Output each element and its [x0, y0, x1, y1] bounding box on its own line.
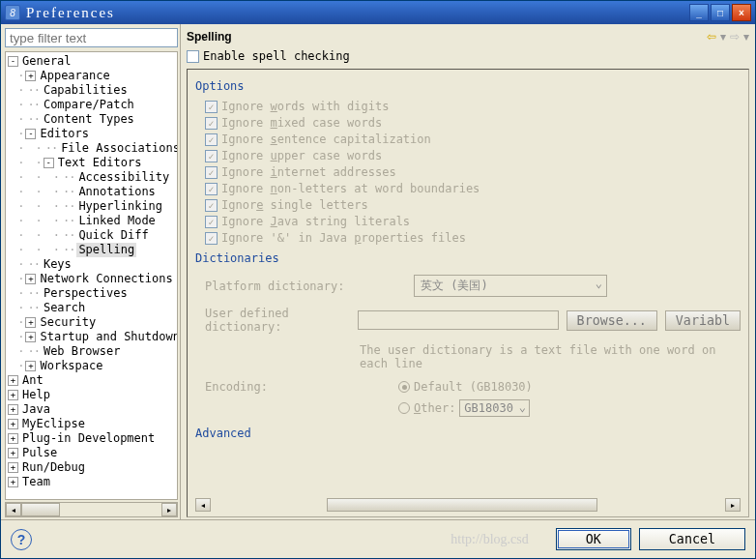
forward-icon[interactable]: ⇨ [730, 30, 740, 44]
scroll-left-button[interactable]: ◂ [6, 503, 21, 516]
tree-label[interactable]: MyEclipse [20, 417, 87, 431]
tree-label[interactable]: File Associations [59, 141, 178, 156]
expand-icon[interactable]: + [25, 332, 36, 342]
expand-icon[interactable]: + [8, 448, 18, 458]
tree-scrollbar[interactable]: ◂ ▸ [5, 502, 178, 517]
tree-item[interactable]: ·····Quick Diff [8, 228, 177, 243]
cancel-button[interactable]: Cancel [639, 528, 745, 550]
tree-item[interactable]: +Run/Debug [8, 460, 177, 475]
tree-item[interactable]: ···Web Browser [8, 344, 177, 359]
expand-icon[interactable]: + [8, 462, 18, 473]
option-checkbox[interactable]: ✓ [205, 216, 218, 228]
expand-icon[interactable]: + [8, 419, 18, 429]
tree-item[interactable]: ·+Workspace [8, 359, 177, 373]
encoding-default-radio[interactable] [398, 381, 410, 393]
option-checkbox[interactable]: ✓ [205, 133, 218, 146]
tree-item[interactable]: ·-Editors [8, 127, 177, 141]
tree-item[interactable]: ···Perspectives [8, 286, 177, 301]
tree-label[interactable]: Team [20, 475, 52, 489]
tree-item[interactable]: ·····Annotations [8, 185, 177, 199]
tree-label[interactable]: Spelling [76, 243, 136, 257]
expand-icon[interactable]: + [8, 433, 18, 444]
tree-label[interactable]: Plug-in Development [20, 431, 157, 446]
tree-item[interactable]: ···Content Types [8, 112, 177, 127]
user-dict-input[interactable] [358, 310, 559, 330]
tree-label[interactable]: Web Browser [42, 344, 122, 359]
option-checkbox[interactable]: ✓ [205, 117, 218, 130]
help-icon[interactable]: ? [11, 529, 32, 550]
option-checkbox[interactable]: ✓ [205, 166, 218, 179]
tree-item[interactable]: ·····Linked Mode [8, 214, 177, 228]
browse-button[interactable]: Browse... [567, 310, 657, 331]
content-scroll-right[interactable]: ▸ [725, 498, 741, 512]
tree-label[interactable]: Workspace [38, 359, 104, 373]
expand-icon[interactable]: + [8, 404, 18, 415]
preferences-tree[interactable]: -General ·+Appearance ···Capabilities ··… [5, 51, 178, 500]
tree-label[interactable]: Capabilities [42, 83, 130, 98]
expand-icon[interactable]: + [8, 375, 18, 386]
minimize-button[interactable]: _ [689, 4, 709, 21]
forward-dropdown-icon[interactable]: ▾ [743, 30, 749, 44]
content-scroll-left[interactable]: ◂ [195, 498, 211, 512]
variables-button[interactable]: Variabl [665, 310, 741, 331]
encoding-other-combo[interactable]: GB18030 [459, 399, 530, 417]
tree-label[interactable]: Linked Mode [76, 214, 157, 228]
tree-item[interactable]: ···Capabilities [8, 83, 177, 98]
option-checkbox[interactable]: ✓ [205, 183, 218, 195]
scroll-right-button[interactable]: ▸ [161, 503, 177, 516]
tree-item[interactable]: +Ant [8, 373, 177, 388]
content-scrollbar[interactable]: ◂ ▸ [195, 497, 741, 513]
tree-item[interactable]: ·+Security [8, 315, 177, 330]
tree-label[interactable]: Network Connections [38, 272, 174, 286]
collapse-icon[interactable]: - [25, 129, 36, 139]
expand-icon[interactable]: + [25, 317, 36, 328]
tree-label[interactable]: Keys [42, 257, 73, 272]
tree-label[interactable]: Startup and Shutdown [38, 330, 178, 344]
collapse-icon[interactable]: - [8, 56, 18, 67]
tree-item[interactable]: ·····Spelling [8, 243, 177, 257]
tree-item[interactable]: ···Compare/Patch [8, 98, 177, 112]
tree-label[interactable]: Perspectives [42, 286, 130, 301]
tree-label[interactable]: Quick Diff [76, 228, 150, 243]
tree-item[interactable]: ··-Text Editors [8, 156, 177, 170]
tree-item[interactable]: ·+Appearance [8, 69, 177, 83]
tree-label[interactable]: Text Editors [56, 156, 144, 170]
filter-input[interactable] [5, 28, 178, 47]
option-checkbox[interactable]: ✓ [205, 101, 218, 113]
tree-item[interactable]: +Pulse [8, 446, 177, 460]
option-checkbox[interactable]: ✓ [205, 232, 218, 245]
tree-label[interactable]: Appearance [38, 69, 111, 83]
tree-item[interactable]: ·····Hyperlinking [8, 199, 177, 214]
tree-item[interactable]: +Team [8, 475, 177, 489]
tree-label[interactable]: Security [38, 315, 98, 330]
expand-icon[interactable]: + [8, 477, 18, 487]
back-dropdown-icon[interactable]: ▾ [720, 30, 726, 44]
tree-item[interactable]: ····File Associations [8, 141, 177, 156]
tree-label[interactable]: Pulse [20, 446, 59, 460]
content-scroll-thumb[interactable] [327, 498, 597, 512]
tree-item[interactable]: ···Search [8, 301, 177, 315]
ok-button[interactable]: OK [556, 528, 631, 550]
option-checkbox[interactable]: ✓ [205, 150, 218, 162]
expand-icon[interactable]: + [25, 274, 36, 284]
enable-spell-checkbox[interactable] [187, 50, 199, 63]
tree-label[interactable]: Editors [38, 127, 91, 141]
tree-item[interactable]: +Help [8, 388, 177, 402]
tree-label[interactable]: Accessibility [76, 170, 171, 185]
encoding-other-radio[interactable] [398, 402, 410, 414]
platform-dict-combo[interactable]: 英文 (美国) [414, 275, 607, 297]
maximize-button[interactable]: □ [711, 4, 730, 21]
tree-label[interactable]: Java [20, 402, 52, 417]
tree-item[interactable]: ·+Network Connections [8, 272, 177, 286]
tree-item[interactable]: +Plug-in Development [8, 431, 177, 446]
tree-item[interactable]: ·+Startup and Shutdown [8, 330, 177, 344]
expand-icon[interactable]: + [25, 71, 36, 81]
close-button[interactable]: × [732, 4, 751, 21]
tree-label[interactable]: Annotations [76, 185, 157, 199]
tree-item[interactable]: +Java [8, 402, 177, 417]
back-icon[interactable]: ⇦ [707, 30, 716, 44]
expand-icon[interactable]: + [25, 361, 36, 371]
tree-item[interactable]: -General [8, 54, 177, 69]
tree-label[interactable]: Search [42, 301, 87, 315]
tree-label[interactable]: Run/Debug [20, 460, 87, 475]
